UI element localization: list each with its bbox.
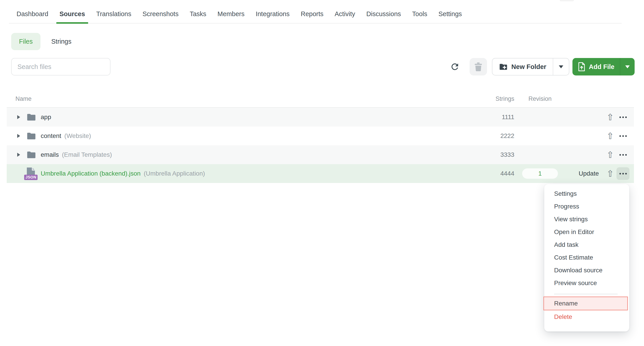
files-table: Name Strings Revision app 1111 ⇧ content… [7,85,634,183]
menu-item-progress[interactable]: Progress [544,200,629,213]
column-header-name: Name [16,95,32,102]
nav-item-tools[interactable]: Tools [412,10,427,18]
menu-divider [554,294,618,294]
nav-item-translations[interactable]: Translations [96,10,131,18]
menu-item-delete[interactable]: Delete [544,310,629,323]
menu-item-settings[interactable]: Settings [544,187,629,200]
new-folder-dropdown-toggle[interactable] [553,58,569,75]
more-actions-icon [620,135,621,137]
caret-right-icon [17,115,20,119]
table-row-folder-content[interactable]: content (Website) 2222 ⇧ [7,126,634,145]
chevron-down-icon [625,65,630,68]
folder-name[interactable]: app [41,114,51,121]
file-context-menu: Settings Progress View strings Open in E… [544,184,629,331]
upload-translations-icon[interactable]: ⇧ [605,113,616,122]
menu-item-view-strings[interactable]: View strings [544,213,629,226]
folder-name[interactable]: emails [41,151,59,158]
refresh-icon [450,62,460,72]
folder-name[interactable]: content [41,132,61,139]
chevron-down-icon [559,65,563,68]
table-row-folder-emails[interactable]: emails (Email Templates) 3333 ⇧ [7,145,634,164]
file-name-link[interactable]: Umbrella Application (backend).json [41,170,141,177]
expand-toggle[interactable] [16,153,20,157]
strings-count: 4444 [465,170,514,177]
folder-note: (Website) [64,132,91,139]
new-folder-label: New Folder [512,63,546,71]
tab-strings[interactable]: Strings [51,38,71,45]
trash-icon [474,62,482,71]
more-actions-icon [620,173,621,175]
add-file-icon [578,62,586,71]
more-actions-button[interactable] [616,130,630,142]
more-actions-button[interactable] [616,148,630,161]
nav-item-sources[interactable]: Sources [60,10,85,18]
new-folder-icon [499,63,508,71]
add-file-dropdown-toggle[interactable] [620,58,634,75]
upload-translations-icon[interactable]: ⇧ [605,169,616,178]
folder-icon [26,151,37,159]
strings-count: 3333 [465,151,514,158]
folder-icon [26,132,37,140]
column-header-revision: Revision [522,95,558,102]
nav-item-members[interactable]: Members [218,10,245,18]
add-file-button[interactable]: Add File [572,58,634,75]
new-folder-button[interactable]: New Folder [492,58,569,75]
more-actions-button[interactable] [616,111,630,123]
nav-item-tasks[interactable]: Tasks [190,10,206,18]
expand-toggle[interactable] [16,134,20,138]
table-header: Name Strings Revision [7,85,634,108]
upload-translations-icon[interactable]: ⇧ [605,150,616,159]
tab-files[interactable]: Files [11,33,40,50]
nav-item-screenshots[interactable]: Screenshots [142,10,178,18]
view-tabs: Files Strings [11,33,72,50]
search-input[interactable] [11,58,110,75]
update-link[interactable]: Update [579,170,599,177]
expand-toggle[interactable] [16,115,20,119]
nav-item-reports[interactable]: Reports [301,10,324,18]
strings-count: 1111 [465,114,514,121]
project-nav: Dashboard Sources Translations Screensho… [9,0,622,24]
strings-count: 2222 [465,132,514,139]
files-toolbar: New Folder Add File [0,58,644,75]
nav-item-dashboard[interactable]: Dashboard [16,10,48,18]
file-type-badge: JSON [24,175,38,180]
more-actions-icon [620,116,621,118]
menu-item-add-task[interactable]: Add task [544,238,629,251]
table-row-folder-app[interactable]: app 1111 ⇧ [7,108,634,126]
menu-item-rename-highlighted[interactable]: Rename [544,296,628,310]
caret-right-icon [17,153,20,157]
table-row-file-umbrella-application[interactable]: JSON Umbrella Application (backend).json… [7,164,634,183]
more-actions-icon [620,154,621,156]
caret-right-icon [17,134,20,138]
column-header-strings: Strings [465,95,514,102]
file-note: (Umbrella Application) [144,170,205,177]
nav-item-settings[interactable]: Settings [438,10,462,18]
json-file-icon: JSON [26,167,37,180]
upload-translations-icon[interactable]: ⇧ [605,131,616,140]
new-folder-main[interactable]: New Folder [492,58,553,75]
add-file-label: Add File [589,63,614,71]
add-file-main[interactable]: Add File [572,58,620,75]
nav-item-activity[interactable]: Activity [335,10,355,18]
menu-item-preview-source[interactable]: Preview source [544,277,629,289]
nav-item-integrations[interactable]: Integrations [256,10,290,18]
refresh-button[interactable] [448,60,462,74]
menu-item-open-in-editor[interactable]: Open in Editor [544,226,629,238]
revision-badge: 1 [522,168,558,179]
menu-item-download-source[interactable]: Download source [544,264,629,277]
delete-selected-button[interactable] [470,58,487,75]
nav-item-discussions[interactable]: Discussions [366,10,401,18]
folder-note: (Email Templates) [62,151,112,158]
menu-item-cost-estimate[interactable]: Cost Estimate [544,251,629,264]
more-actions-button-open[interactable] [616,167,630,180]
folder-icon [26,113,37,121]
